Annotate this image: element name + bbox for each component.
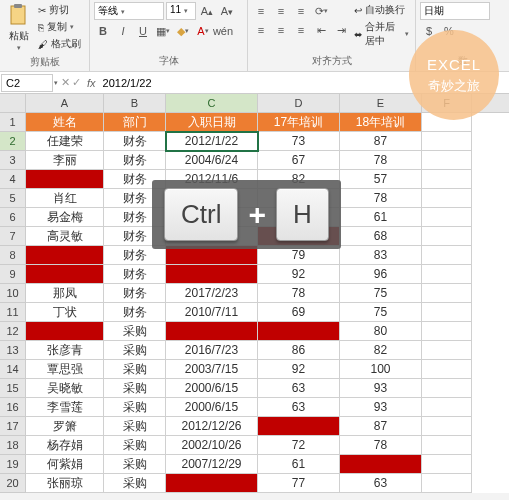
- row-header-6[interactable]: 6: [0, 208, 26, 227]
- cell[interactable]: [422, 417, 472, 436]
- cell[interactable]: 采购: [104, 379, 166, 398]
- cell[interactable]: [422, 284, 472, 303]
- cell[interactable]: 采购: [104, 474, 166, 493]
- row-header-18[interactable]: 18: [0, 436, 26, 455]
- cell[interactable]: [422, 360, 472, 379]
- cell[interactable]: 那凤: [26, 284, 104, 303]
- name-box[interactable]: C2: [1, 74, 53, 92]
- cell[interactable]: 秦羽: [26, 322, 104, 341]
- row-header-19[interactable]: 19: [0, 455, 26, 474]
- row-header-1[interactable]: 1: [0, 113, 26, 132]
- cell[interactable]: 92: [258, 265, 340, 284]
- cell[interactable]: 肖红: [26, 189, 104, 208]
- cell[interactable]: 财务: [104, 132, 166, 151]
- cell[interactable]: 1996/4/30: [166, 474, 258, 493]
- cell[interactable]: 2003/7/15: [166, 360, 258, 379]
- cell[interactable]: 财务: [104, 151, 166, 170]
- merge-center-button[interactable]: ⬌合并后居中▾: [352, 19, 411, 49]
- header-cell[interactable]: 18年培训: [340, 113, 422, 132]
- cell[interactable]: 采购: [104, 360, 166, 379]
- col-header-C[interactable]: C: [166, 94, 258, 112]
- cell[interactable]: 78: [340, 189, 422, 208]
- grow-font-button[interactable]: A▴: [198, 2, 216, 20]
- row-header-8[interactable]: 8: [0, 246, 26, 265]
- cell[interactable]: 75: [340, 303, 422, 322]
- row-header-7[interactable]: 7: [0, 227, 26, 246]
- header-cell[interactable]: 入职日期: [166, 113, 258, 132]
- cell[interactable]: [422, 227, 472, 246]
- cell[interactable]: 2012/12/26: [166, 417, 258, 436]
- cell[interactable]: 采购: [104, 417, 166, 436]
- cell[interactable]: 高灵敏: [26, 227, 104, 246]
- cell[interactable]: [422, 455, 472, 474]
- header-cell[interactable]: 17年培训: [258, 113, 340, 132]
- cell[interactable]: [422, 379, 472, 398]
- cell[interactable]: 2000/6/15: [166, 379, 258, 398]
- cell[interactable]: 2017/2/23: [166, 284, 258, 303]
- cell[interactable]: 93: [340, 398, 422, 417]
- row-header-15[interactable]: 15: [0, 379, 26, 398]
- align-middle-button[interactable]: ≡: [272, 2, 290, 20]
- header-cell[interactable]: 姓名: [26, 113, 104, 132]
- confirm-icon[interactable]: ✓: [72, 76, 81, 89]
- cell[interactable]: 72: [258, 436, 340, 455]
- cell[interactable]: 采购: [104, 398, 166, 417]
- cell[interactable]: 75: [340, 284, 422, 303]
- cell[interactable]: [422, 303, 472, 322]
- cell[interactable]: 82: [340, 341, 422, 360]
- row-header-12[interactable]: 12: [0, 322, 26, 341]
- italic-button[interactable]: I: [114, 22, 132, 40]
- cell[interactable]: 63: [258, 398, 340, 417]
- cell[interactable]: 86: [258, 341, 340, 360]
- cell[interactable]: 财务: [104, 265, 166, 284]
- cell[interactable]: 78: [340, 436, 422, 455]
- align-center-button[interactable]: ≡: [272, 21, 290, 39]
- cell[interactable]: [422, 170, 472, 189]
- row-header-5[interactable]: 5: [0, 189, 26, 208]
- cell[interactable]: 蔡春艳: [26, 246, 104, 265]
- cell[interactable]: [422, 474, 472, 493]
- cell[interactable]: 73: [258, 132, 340, 151]
- cell[interactable]: 63: [340, 474, 422, 493]
- cell[interactable]: 张彦青: [26, 341, 104, 360]
- cell[interactable]: [422, 341, 472, 360]
- row-header-2[interactable]: 2: [0, 132, 26, 151]
- align-left-button[interactable]: ≡: [252, 21, 270, 39]
- cell[interactable]: 58: [258, 322, 340, 341]
- col-header-B[interactable]: B: [104, 94, 166, 112]
- cell[interactable]: 2002/10/26: [166, 436, 258, 455]
- cell[interactable]: 2010/7/11: [166, 303, 258, 322]
- row-header-4[interactable]: 4: [0, 170, 26, 189]
- col-header-D[interactable]: D: [258, 94, 340, 112]
- row-header-9[interactable]: 9: [0, 265, 26, 284]
- cell[interactable]: 采购: [104, 455, 166, 474]
- cell[interactable]: 61: [258, 455, 340, 474]
- number-format-select[interactable]: 日期: [420, 2, 490, 20]
- row-header-17[interactable]: 17: [0, 417, 26, 436]
- format-painter-button[interactable]: 🖌格式刷: [36, 36, 83, 52]
- cell[interactable]: 67: [258, 151, 340, 170]
- cell[interactable]: 杨存娟: [26, 436, 104, 455]
- cell[interactable]: 何紫娟: [26, 455, 104, 474]
- cell[interactable]: [422, 322, 472, 341]
- cell[interactable]: 78: [340, 151, 422, 170]
- underline-button[interactable]: U: [134, 22, 152, 40]
- cut-button[interactable]: ✂剪切: [36, 2, 83, 18]
- wrap-text-button[interactable]: ↩自动换行: [352, 2, 411, 18]
- row-header-16[interactable]: 16: [0, 398, 26, 417]
- cell[interactable]: 陶黎升: [26, 265, 104, 284]
- cell[interactable]: 罗箫: [26, 417, 104, 436]
- fill-color-button[interactable]: ◆▾: [174, 22, 192, 40]
- cell[interactable]: 采购: [104, 436, 166, 455]
- cell[interactable]: 覃思强: [26, 360, 104, 379]
- cell[interactable]: 2007/12/29: [166, 455, 258, 474]
- cell[interactable]: 80: [340, 322, 422, 341]
- cell[interactable]: 张丽琼: [26, 474, 104, 493]
- shrink-font-button[interactable]: A▾: [218, 2, 236, 20]
- cell[interactable]: 78: [258, 284, 340, 303]
- cancel-icon[interactable]: ✕: [61, 76, 70, 89]
- cell[interactable]: [422, 246, 472, 265]
- cell[interactable]: 61: [340, 208, 422, 227]
- cell[interactable]: 2012/1/22: [166, 132, 258, 151]
- cell[interactable]: 54: [340, 455, 422, 474]
